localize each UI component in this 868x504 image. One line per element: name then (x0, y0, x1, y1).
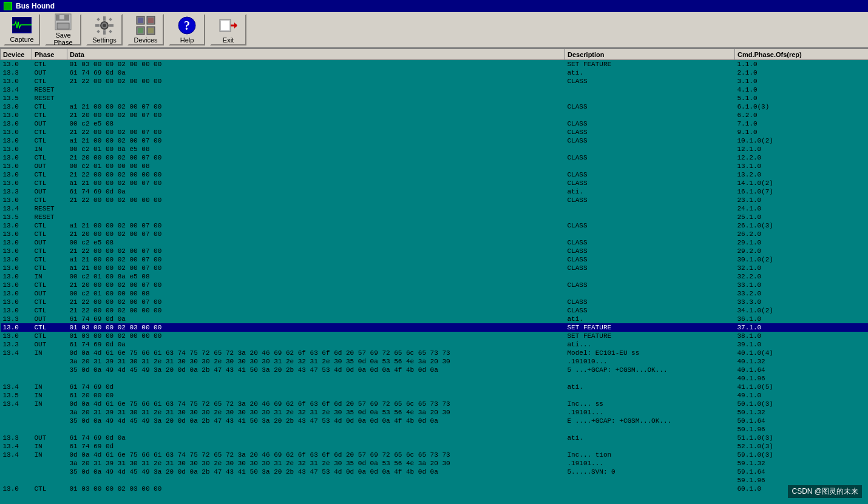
table-row[interactable]: 13.5RESET25.1.0 (1, 213, 869, 221)
table-row[interactable]: 13.3OUT61 74 69 0d 0aati...39.1.0 (1, 340, 869, 349)
table-row[interactable]: 13.3OUT61 74 69 0d 0aati.16.1.0(7) (1, 187, 869, 196)
table-row[interactable]: 13.0IN00 c2 01 00 8a e5 0812.1.0 (1, 145, 869, 153)
table-row[interactable]: 13.0IN00 c2 01 00 8a e5 0832.2.0 (1, 272, 869, 281)
cell-phase: CTL (32, 128, 67, 136)
table-row[interactable]: 35 0d 0a 49 4d 45 49 3a 20 0d 0a 2b 47 4… (1, 468, 869, 476)
table-row[interactable]: 13.0CTLa1 21 00 00 02 00 07 00CLASS6.1.0… (1, 102, 869, 111)
table-row[interactable]: 13.0CTL01 03 00 00 02 00 00 00SET FEATUR… (1, 60, 869, 69)
table-row[interactable]: 13.0CTLa1 21 00 00 02 00 07 00CLASS14.1.… (1, 179, 869, 187)
table-row[interactable]: 35 0d 0a 49 4d 45 49 3a 20 0d 0a 2b 47 4… (1, 417, 869, 425)
table-row[interactable]: 35 0d 0a 49 4d 45 49 3a 20 0d 0a 2b 47 4… (1, 366, 869, 374)
table-row[interactable]: 13.0CTL21 22 00 00 02 00 07 00CLASS9.1.0 (1, 128, 869, 136)
table-row[interactable]: 13.4IN61 74 69 0d52.1.0(3) (1, 442, 869, 451)
cell-phase: IN (32, 451, 67, 459)
settings-button[interactable]: Settings (86, 14, 123, 45)
save-icon (53, 13, 73, 30)
table-row[interactable]: 13.0CTLa1 21 00 00 02 00 07 00CLASS10.1.… (1, 136, 869, 145)
cell-data: 21 20 00 00 02 00 07 00 (67, 281, 565, 289)
table-row[interactable]: 13.0OUT00 c2 01 00 00 00 0833.2.0 (1, 289, 869, 298)
cell-phase: CTL (32, 102, 67, 111)
capture-button[interactable]: Capture (4, 14, 40, 45)
table-row[interactable]: 3a 20 31 39 31 30 31 2e 31 30 30 30 2e 3… (1, 459, 869, 468)
cell-cmd: 34.1.0(2) (735, 306, 869, 315)
table-row[interactable]: 13.0OUT00 c2 01 00 00 00 0813.1.0 (1, 162, 869, 170)
cell-device (1, 366, 32, 374)
capture-icon (12, 16, 32, 35)
table-row[interactable]: 13.0OUT00 c2 e5 08CLASS7.1.0 (1, 119, 869, 128)
header-phase: Phase (32, 49, 67, 60)
table-row[interactable]: 13.0CTL21 22 00 00 02 00 00 00CLASS3.1.0 (1, 77, 869, 86)
exit-button[interactable]: Exit (210, 14, 246, 45)
table-row[interactable]: 13.4IN0d 0a 4d 61 6e 75 66 61 63 74 75 7… (1, 349, 869, 357)
table-row[interactable]: 3a 20 31 39 31 30 31 2e 31 30 30 30 2e 3… (1, 408, 869, 417)
cell-device: 13.0 (1, 298, 32, 306)
table-row[interactable]: 40.1.96 (1, 374, 869, 383)
cell-desc (565, 272, 735, 281)
table-row[interactable]: 13.0OUT00 c2 e5 08CLASS29.1.0 (1, 238, 869, 247)
cell-data: 35 0d 0a 49 4d 45 49 3a 20 0d 0a 2b 47 4… (67, 468, 565, 476)
help-button[interactable]: ? Help (169, 14, 205, 45)
cell-phase: OUT (32, 69, 67, 77)
cell-data: 21 22 00 00 02 00 07 00 (67, 298, 565, 306)
svg-rect-13 (97, 30, 100, 33)
table-row[interactable]: 13.0CTL21 20 00 00 02 00 07 00CLASS12.2.… (1, 153, 869, 162)
table-row[interactable]: 13.0CTL21 20 00 00 02 00 07 00CLASS33.1.… (1, 281, 869, 289)
cell-device: 13.4 (1, 400, 32, 408)
cell-desc: SET FEATURE (565, 60, 735, 69)
cell-device: 13.0 (1, 196, 32, 204)
table-row[interactable]: 13.4RESET4.1.0 (1, 86, 869, 94)
toolbar: Capture Save Phase (0, 12, 868, 49)
cell-cmd: 52.1.0(3) (735, 442, 869, 451)
cell-phase: IN (32, 145, 67, 153)
svg-rect-12 (109, 18, 112, 21)
table-row[interactable]: 13.0CTL21 22 00 00 02 00 00 00CLASS23.1.… (1, 196, 869, 204)
cell-phase: OUT (32, 315, 67, 323)
table-row[interactable]: 13.0CTL21 22 00 00 02 00 00 00CLASS13.2.… (1, 170, 869, 179)
table-row[interactable]: 13.0CTLa1 21 00 00 02 00 07 00CLASS30.1.… (1, 255, 869, 264)
svg-rect-3 (59, 15, 64, 19)
table-row[interactable]: 3a 20 31 39 31 30 31 2e 31 30 30 30 2e 3… (1, 357, 869, 366)
table-row[interactable]: 13.0CTL21 20 00 00 02 00 07 006.2.0 (1, 111, 869, 119)
cell-data: 61 74 69 0d 0a (67, 187, 565, 196)
cell-data: a1 21 00 00 02 00 07 00 (67, 102, 565, 111)
svg-rect-26 (221, 21, 229, 30)
cell-desc: ati... (565, 340, 735, 349)
cell-data: a1 21 00 00 02 00 07 00 (67, 221, 565, 230)
cell-desc (565, 145, 735, 153)
save-button[interactable]: Save Phase (45, 14, 81, 45)
cell-data: 00 c2 e5 08 (67, 119, 565, 128)
table-row[interactable]: 13.3OUT61 74 69 0d 0aati.51.1.0(3) (1, 434, 869, 442)
table-row[interactable]: 13.0CTL21 22 00 00 02 00 00 00CLASS34.1.… (1, 306, 869, 315)
table-row[interactable]: 13.4RESET24.1.0 (1, 204, 869, 213)
cell-desc: CLASS (565, 170, 735, 179)
table-row[interactable]: 13.0CTL21 22 00 00 02 00 07 00CLASS29.2.… (1, 247, 869, 255)
devices-button[interactable]: Devices (127, 14, 164, 45)
cell-data: 61 74 69 0d 0a (67, 340, 565, 349)
table-row[interactable]: 13.5IN61 20 00 0049.1.0 (1, 391, 869, 400)
table-row[interactable]: 13.0CTL21 22 00 00 02 00 07 00CLASS33.3.… (1, 298, 869, 306)
table-row[interactable]: 13.5RESET5.1.0 (1, 94, 869, 102)
table-row[interactable]: 13.4IN0d 0a 4d 61 6e 75 66 61 63 74 75 7… (1, 400, 869, 408)
table-row[interactable]: 13.3OUT61 74 69 0d 0aati.2.1.0 (1, 69, 869, 77)
table-row[interactable]: 13.3OUT61 74 69 0d 0aati.36.1.0 (1, 315, 869, 323)
cell-cmd: 14.1.0(2) (735, 179, 869, 187)
table-row[interactable]: 13.0CTL21 20 00 00 02 00 07 0026.2.0 (1, 230, 869, 238)
table-row[interactable]: 13.0CTL01 03 00 00 02 00 00 00SET FEATUR… (1, 332, 869, 340)
table-row[interactable]: 13.0CTL01 03 00 00 02 03 00 0060.1.0 (1, 485, 869, 493)
table-row[interactable]: 59.1.96 (1, 476, 869, 485)
cell-phase: IN (32, 272, 67, 281)
table-row[interactable]: 13.4IN61 74 69 0dati.41.1.0(5) (1, 383, 869, 391)
table-row[interactable]: 13.0CTLa1 21 00 00 02 00 07 00CLASS26.1.… (1, 221, 869, 230)
cell-desc: CLASS (565, 221, 735, 230)
cell-data: 01 03 00 00 02 03 00 00 (67, 485, 565, 493)
table-row[interactable]: 13.0CTLa1 21 00 00 02 00 07 00CLASS32.1.… (1, 264, 869, 272)
settings-icon (95, 16, 114, 35)
cell-data: 0d 0a 4d 61 6e 75 66 61 63 74 75 72 65 7… (67, 349, 565, 357)
cell-data: 21 22 00 00 02 00 00 00 (67, 306, 565, 315)
table-row[interactable]: 50.1.96 (1, 425, 869, 434)
table-row[interactable]: 13.4IN0d 0a 4d 61 6e 75 66 61 63 74 75 7… (1, 451, 869, 459)
cell-cmd: 37.1.0 (735, 323, 869, 332)
cell-cmd: 16.1.0(7) (735, 187, 869, 196)
table-row[interactable]: 13.0CTL01 03 00 00 02 03 00 00SET FEATUR… (1, 323, 869, 332)
cell-desc: Model: EC101-EU ss (565, 349, 735, 357)
